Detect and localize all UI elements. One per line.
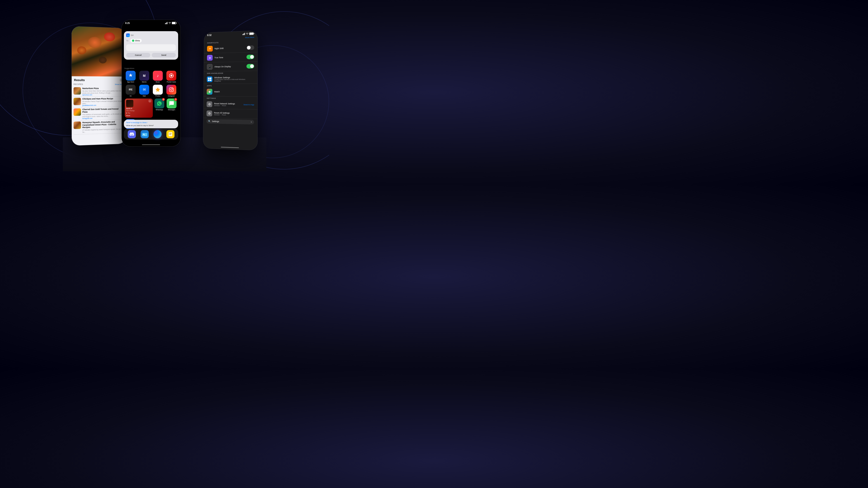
svg-rect-25 xyxy=(244,33,244,35)
results-title: Results xyxy=(74,78,85,82)
discord-dock-icon[interactable] xyxy=(128,130,136,138)
siri-message-area[interactable] xyxy=(126,44,176,51)
recipe-item-3[interactable]: Charred Sun Gold Tomato and Fennel Pizza… xyxy=(73,107,124,121)
toggle-knob xyxy=(247,46,250,50)
whatsapp-item[interactable]: 9 WhatsApp xyxy=(154,98,165,118)
settings-search-bar[interactable]: 🔍 Settings ✕ xyxy=(206,119,254,125)
send-button[interactable]: Send xyxy=(152,53,176,57)
phones-container: Results × Recipes Show More Nasturtium P… xyxy=(63,13,266,171)
app-item-music[interactable]: ♪ Music xyxy=(152,71,164,83)
svg-rect-29 xyxy=(254,33,254,34)
siri-dock-orb[interactable] xyxy=(153,130,162,138)
reset-all-item[interactable]: ⚙ Reset All Settings General → Reset xyxy=(204,109,257,119)
night-shift-info: Night Shift xyxy=(215,47,245,50)
app-item-ire[interactable]: IRE Ire xyxy=(125,85,136,97)
recipe-item-1[interactable]: Nasturtium Pizza My dear friend Mam Mich… xyxy=(73,86,124,97)
app-item-photos[interactable]: Photos xyxy=(152,85,164,97)
siri-buttons: Cancel Send xyxy=(126,53,176,57)
recipe-thumb-1 xyxy=(73,87,81,95)
right-status-icons xyxy=(243,32,254,35)
reset-all-icon: ⚙ xyxy=(207,110,212,116)
night-shift-item[interactable]: ☀ Night Shift xyxy=(204,43,257,54)
search-icon: 🔍 xyxy=(208,120,211,123)
section-header: Recipes Show More xyxy=(73,83,124,86)
recipe-thumb-4 xyxy=(73,121,81,129)
app-item-mail[interactable]: ✉ Mail xyxy=(138,85,150,97)
app-item-marvis[interactable]: M Marvis xyxy=(138,71,150,83)
aod-item[interactable]: 📱 Always On Display xyxy=(204,62,257,72)
whatsapp-indicator xyxy=(132,39,134,42)
music-player-widget[interactable]: ♪ GUTS ® Olivia Rodrigo ▶ Play Music xyxy=(125,98,153,118)
recipe-info-1: Nasturtium Pizza My dear friend Mam Mich… xyxy=(82,87,124,96)
search-in-app-info: Reset Network Settings General → Reset xyxy=(214,102,242,106)
reset-network-sub: General → Reset xyxy=(214,105,242,106)
whatsapp-icon: 9 xyxy=(154,98,164,108)
svg-rect-15 xyxy=(142,133,147,136)
app-item-instagram[interactable]: Instagram xyxy=(165,85,177,97)
phone-center-screen: 8:25 xyxy=(122,20,180,147)
suggested-label: Suggestions xyxy=(124,67,178,69)
right-wifi-icon xyxy=(246,33,249,35)
center-status-bar: 8:25 xyxy=(122,20,180,24)
aod-knob xyxy=(250,64,254,68)
app-item-pocketcasts[interactable]: Pocket Casts xyxy=(165,71,177,83)
recipe-source-2: greatitalianchefs.com xyxy=(82,104,124,106)
reset-network-label: Reset Network Settings xyxy=(214,102,242,105)
night-shift-toggle[interactable] xyxy=(246,45,254,50)
ire-label: Ire xyxy=(130,95,131,97)
messages-icon: 1 xyxy=(166,98,177,108)
recipe-item-4[interactable]: Honeynut Squash, Prosciutto and Carameli… xyxy=(73,120,124,135)
true-tone-label: True Tone xyxy=(214,56,245,59)
appstore-label: App Store xyxy=(127,81,134,83)
music-note-badge: ♪ xyxy=(148,99,151,103)
windows-info: Windows Settings Configuration interface… xyxy=(214,76,254,82)
music-footer-label: Music xyxy=(126,115,151,116)
svg-rect-28 xyxy=(250,33,253,35)
phone-left-screen: Results × Recipes Show More Nasturtium P… xyxy=(72,26,126,146)
marvis-icon: M xyxy=(139,71,149,80)
whatsapp-label: WhatsApp xyxy=(156,109,163,111)
recipe-item-2[interactable]: Chickpea and Ham Pizza Recipe 30 minutes… xyxy=(73,96,124,107)
instagram-icon xyxy=(166,85,176,95)
phone-left: Results × Recipes Show More Nasturtium P… xyxy=(72,26,126,146)
windows-settings-item[interactable]: Windows Settings Configuration interface… xyxy=(204,74,257,84)
svg-rect-3 xyxy=(167,22,167,24)
svg-rect-5 xyxy=(172,22,176,24)
send-message-prompt[interactable]: Send a message to Silvia › xyxy=(126,122,176,124)
search-in-app-btn[interactable]: Search in App xyxy=(243,103,254,106)
appstore-icon xyxy=(126,71,135,80)
siri-contact[interactable]: Silvia xyxy=(130,39,142,42)
notes-dock-icon[interactable] xyxy=(166,130,175,138)
app-row-1: App Store M Marvis ♪ Music xyxy=(124,71,178,83)
app-item-appstore[interactable]: App Store xyxy=(125,71,136,83)
true-tone-item[interactable]: ◈ True Tone xyxy=(204,52,257,62)
svg-rect-1 xyxy=(166,23,166,24)
svg-rect-0 xyxy=(165,23,165,24)
photos-label: Photos xyxy=(155,95,160,97)
svg-rect-16 xyxy=(143,132,145,133)
aod-icon: 📱 xyxy=(207,64,213,70)
aod-toggle[interactable] xyxy=(246,64,254,69)
show-more-button[interactable]: Show More xyxy=(245,36,254,39)
true-tone-toggle[interactable] xyxy=(246,55,254,59)
night-shift-icon: ☀ xyxy=(207,46,213,52)
true-tone-info: True Tone xyxy=(214,56,245,59)
messages-item[interactable]: 1 Messages xyxy=(166,98,177,118)
recipe-thumb-3 xyxy=(73,108,81,116)
play-button[interactable]: ▶ Play xyxy=(126,112,151,113)
pocketcasts-icon xyxy=(166,71,176,80)
phone-right: 8:32 xyxy=(203,31,257,150)
watch-item[interactable]: ⌚ Watch xyxy=(204,87,257,97)
svg-point-14 xyxy=(172,88,173,89)
search-in-app-item[interactable]: ⚙ Reset Network Settings General → Reset… xyxy=(204,100,257,109)
dock xyxy=(124,129,178,140)
cancel-button[interactable]: Cancel xyxy=(126,53,150,57)
messages-badge: 1 xyxy=(174,98,177,101)
windows-source: Wikipedia xyxy=(214,80,254,82)
finder-dock-icon[interactable] xyxy=(141,130,149,138)
mail-icon: ✉ xyxy=(139,85,149,95)
recipe-title-4: Honeynut Squash, Prosciutto and Carameli… xyxy=(82,121,124,129)
settings-gear-icon: ⚙ xyxy=(207,101,212,107)
clear-search-icon[interactable]: ✕ xyxy=(250,121,252,123)
recipe-thumb-2 xyxy=(73,98,81,105)
